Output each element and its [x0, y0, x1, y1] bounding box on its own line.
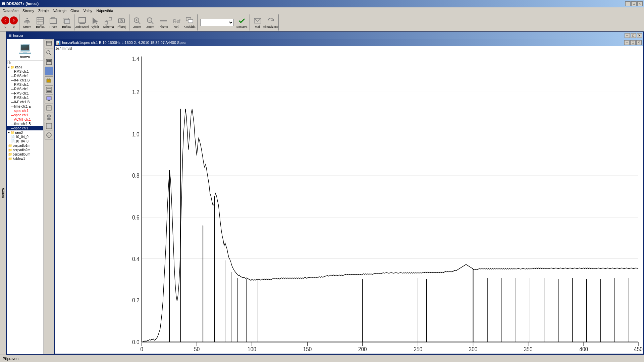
svg-rect-13 — [79, 23, 85, 24]
tree-item-spec-red-1[interactable]: — spec ch:1 — [7, 109, 43, 113]
toolbar-pasmo-button[interactable]: Pásmo — [157, 15, 170, 30]
sestava-label: Sestava — [236, 25, 248, 28]
app-close-button[interactable]: ✕ — [637, 1, 643, 6]
tree-item-rms-1[interactable]: — RMS ch:1 — [7, 69, 43, 74]
app-icon: 🖥 — [1, 2, 5, 6]
toolbar-dropdown[interactable] — [200, 19, 234, 26]
ram3-folder-icon: 📁 — [10, 131, 14, 134]
toolbar-schema-button[interactable]: Schéma — [102, 15, 115, 30]
counter-2: 0 — [10, 16, 18, 24]
tree-item-acmt-red[interactable]: — ACMT ch:1 — [7, 117, 43, 122]
menu-stromy[interactable]: Stromy — [20, 8, 36, 13]
tool-btn-8[interactable] — [45, 104, 53, 112]
menu-okna[interactable]: Okna — [68, 8, 81, 13]
tree-item-rms-4[interactable]: — RMS ch:1 — [7, 87, 43, 91]
kab1-expand-icon: ▾ — [8, 65, 10, 69]
tool-btn-3[interactable] — [45, 58, 53, 66]
menu-databaze[interactable]: Databáze — [1, 8, 20, 13]
spec-window-frame: 📊 honza\kab1/spec ch:1 B:10-1600Hz L:160… — [54, 39, 643, 354]
svg-rect-37 — [46, 41, 52, 45]
honza-side-tab[interactable]: honza — [0, 187, 6, 199]
toolbar-view: Zobrazení Výběr Schéma Přístroj — [76, 14, 129, 31]
spec-window-icon: 📊 — [56, 41, 61, 45]
svg-text:1.4: 1.4 — [132, 55, 140, 63]
tool-btn-11[interactable] — [45, 131, 53, 139]
tree-item-spec-selected[interactable]: — spec ch:1 — [7, 126, 43, 130]
toolbar-zoom: Zoom Zoom Pásmo Ref, Ref. Kaskáda — [131, 14, 198, 31]
tree-item-rms-2[interactable]: — RMS ch:1 — [7, 74, 43, 78]
svg-point-22 — [121, 20, 122, 21]
toolbar-mail-button[interactable]: Mail — [251, 15, 264, 30]
tree-item-10-04-2[interactable]: 📄 10_04_0 — [7, 139, 43, 143]
tree-item-rms-3[interactable]: — RMS ch:1 — [7, 82, 43, 87]
tree-item-kablew1[interactable]: 📁 kablew1 — [7, 157, 43, 161]
toolbar-pristroj-button[interactable]: Přístroj — [115, 15, 128, 30]
svg-text:100: 100 — [248, 345, 256, 353]
tool-btn-7[interactable] — [45, 95, 53, 103]
check-icon — [238, 17, 246, 25]
tree-item-kab1[interactable]: ▾ 📁 kab1 — [7, 65, 43, 69]
toolbar-zoom-out-button[interactable]: Zoom — [144, 15, 157, 30]
kaskada-label: Kaskáda — [183, 25, 195, 28]
honza-minimize-button[interactable]: ─ — [625, 33, 630, 38]
menu-volby[interactable]: Volby — [81, 8, 94, 13]
honza-close-button[interactable]: ✕ — [637, 33, 642, 38]
spec-maximize-button[interactable]: □ — [630, 40, 636, 45]
tree-item-rms-6[interactable]: — RMS ch:1 — [7, 96, 43, 100]
strom-icon — [23, 17, 31, 25]
tree-item-rms-5[interactable]: — RMS ch:1 — [7, 91, 43, 96]
menu-zdroje[interactable]: Zdroje — [36, 8, 51, 13]
tool-btn-6[interactable] — [45, 85, 53, 94]
svg-text:0.6: 0.6 — [132, 214, 139, 221]
spec-close-button[interactable]: ✕ — [636, 40, 642, 45]
tool-btn-10[interactable] — [45, 122, 53, 130]
app-maximize-button[interactable]: □ — [631, 1, 637, 6]
tool-btn-1[interactable] — [45, 40, 53, 48]
toolbar-aktualizace-button[interactable]: Aktualizace — [264, 15, 277, 30]
tree-item-ram3[interactable]: ▾ 📁 ram3 — [7, 130, 43, 135]
toolbar-ref-button[interactable]: Ref, Ref. — [170, 15, 183, 30]
bunka2-icon — [62, 17, 70, 25]
tree-item-0p-2[interactable]: — 0-P ch:1 B — [7, 100, 43, 104]
svg-rect-50 — [47, 90, 51, 90]
tree-item-0p-1[interactable]: — 0-P ch:1 B — [7, 78, 43, 82]
tool-panel: ▾ — [44, 39, 54, 354]
svg-rect-3 — [27, 22, 28, 24]
tree-item-time-1[interactable]: — time ch:1 E — [7, 104, 43, 109]
toolbar-check-button[interactable]: Sestava — [235, 15, 248, 30]
toolbar-zobrazeni-button[interactable]: Zobrazení — [76, 15, 89, 30]
tree-item-cerpadlo3[interactable]: 📁 cerpadlo3m — [7, 152, 43, 157]
toolbar-kaskada-button[interactable]: Kaskáda — [183, 15, 196, 30]
toolbar-bunka1-button[interactable]: Buňka — [34, 15, 47, 30]
honza-maximize-button[interactable]: □ — [631, 33, 636, 38]
counter-2-label: 0 — [13, 25, 14, 28]
tool-btn-2[interactable] — [45, 49, 53, 57]
tool-btn-5[interactable] — [45, 76, 53, 85]
main-area: honza 🖥 honza ─ □ ✕ — [0, 32, 644, 355]
spec-selected-label: spec ch:1 — [14, 126, 29, 130]
toolbar-vyber-button[interactable]: Výběr — [89, 15, 102, 30]
bunka1-label: Buňka — [36, 25, 45, 28]
app-minimize-button[interactable]: ─ — [625, 1, 631, 6]
tree-label-hh[interactable]: hh — [7, 61, 43, 65]
tree-item-spec-red-2[interactable]: — spec ch:1 — [7, 113, 43, 117]
tool-btn-color[interactable] — [45, 67, 53, 75]
spec-minimize-button[interactable]: ─ — [624, 40, 630, 45]
0p1-label: 0-P ch:1 B — [14, 78, 30, 82]
tree-item-10-04-1[interactable]: 📄 10_04_0 — [7, 135, 43, 139]
svg-rect-35 — [188, 19, 193, 23]
computer-icon-area: 💻 honza — [7, 39, 43, 61]
toolbar-zoom-in-button[interactable]: Zoom — [131, 15, 144, 30]
svg-text:0.4: 0.4 — [132, 255, 140, 262]
tree-item-cerpadlo2[interactable]: 📁 cerpadlo2m — [7, 148, 43, 152]
menu-nastroje[interactable]: Nástroje — [51, 8, 68, 13]
menu-napoveda[interactable]: Nápověda — [94, 8, 115, 13]
toolbar-strom-button[interactable]: Strom — [21, 15, 34, 30]
zoom-in-icon — [133, 17, 141, 25]
tree-item-cerpadlo1[interactable]: 📁 cerpadlo1m — [7, 143, 43, 148]
time2-label: time ch:1 B — [14, 122, 31, 126]
toolbar-bunka2-button[interactable]: Buňka — [60, 15, 73, 30]
tool-btn-9[interactable] — [45, 113, 53, 121]
toolbar-prvek-button[interactable]: Prvek — [47, 15, 60, 30]
tree-item-time-2[interactable]: — time ch:1 B — [7, 122, 43, 126]
